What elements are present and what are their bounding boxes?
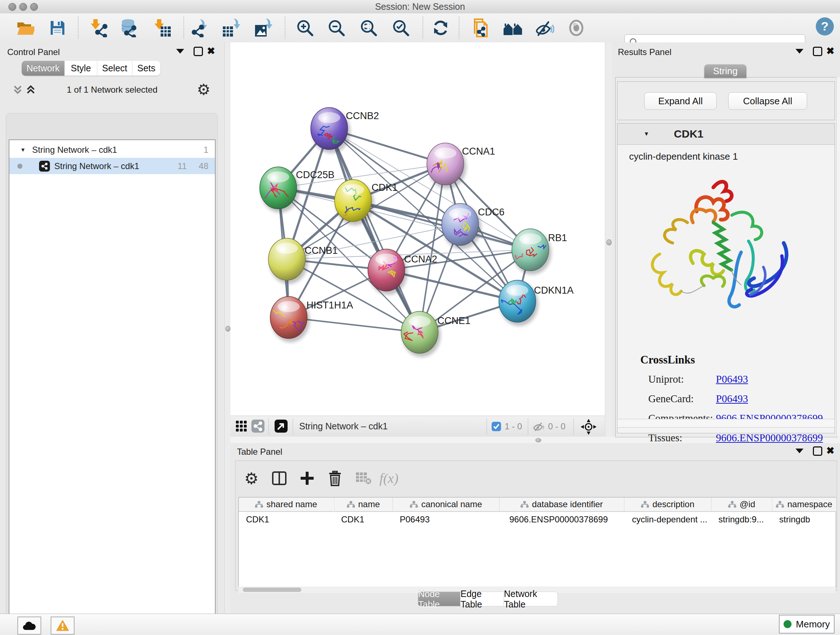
results-panel-menu-button[interactable]	[796, 49, 804, 54]
column-header-description[interactable]: description	[624, 497, 711, 512]
zoom-selected-button[interactable]	[391, 18, 411, 38]
zoom-fit-button[interactable]	[358, 18, 379, 38]
table-columns-icon[interactable]	[270, 469, 289, 488]
zoom-in-button[interactable]	[295, 18, 315, 38]
results-tab-string[interactable]: String	[704, 65, 746, 78]
delete-column-trash-icon[interactable]	[325, 469, 344, 488]
import-network-from-database-button[interactable]	[118, 18, 139, 38]
results-hscrollbar[interactable]	[617, 419, 835, 428]
network-node-CDK1[interactable]: CDK1	[335, 180, 398, 225]
network-node-CCNA1[interactable]: CCNA1	[427, 143, 495, 188]
export-network-button[interactable]	[190, 18, 210, 38]
table-panel-float-button[interactable]	[813, 447, 822, 456]
first-neighbors-button[interactable]	[503, 18, 523, 38]
right-splitter-handle[interactable]	[606, 239, 612, 245]
results-panel-close-button[interactable]: ✖	[826, 48, 835, 55]
export-image-button[interactable]	[253, 18, 273, 38]
crosslink-uniprot-link[interactable]: P06493	[716, 373, 748, 385]
network-share-view-icon[interactable]	[251, 420, 264, 432]
network-collection-row[interactable]: ▼ String Network – cdk1 1	[9, 141, 215, 158]
results-panel-float-button[interactable]	[813, 47, 822, 56]
table-cell[interactable]: stringdb:9...	[711, 512, 772, 527]
table-cell[interactable]: stringdb	[772, 512, 836, 527]
refresh-view-button[interactable]	[431, 18, 451, 38]
grid-view-icon[interactable]	[236, 421, 248, 432]
network-node-label: CDKN1A	[534, 285, 574, 296]
control-panel-close-button[interactable]: ✖	[207, 48, 215, 55]
table-cell[interactable]: CDK1	[239, 512, 333, 527]
table-cell[interactable]: P06493	[393, 512, 499, 527]
table-cell[interactable]: cyclin-dependent ...	[625, 512, 712, 527]
network-node-label: CCNA1	[462, 146, 495, 157]
network-node-CDC6[interactable]: CDC6	[442, 203, 505, 249]
network-canvas[interactable]: CCNB2CCNA1CDC25BCDK1CDC6RB1CCNB1CCNA2CDK…	[231, 42, 605, 416]
table-panel-menu-button[interactable]	[796, 448, 804, 453]
table-panel-close-button[interactable]: ✖	[826, 447, 835, 454]
control-panel-float-button[interactable]	[194, 47, 203, 56]
help-icon: ?	[815, 17, 835, 36]
crosslink-tissues-link[interactable]: 9606.ENSP00000378699	[716, 432, 823, 444]
birdseye-view-icon[interactable]	[275, 420, 287, 432]
toolbar-separator	[78, 16, 79, 39]
network-node-CCNE1[interactable]: CCNE1	[401, 311, 471, 357]
zoom-out-button[interactable]	[326, 18, 347, 38]
right-splitter[interactable]	[605, 42, 613, 437]
warning-status-button[interactable]	[51, 616, 74, 635]
horizontal-splitter-handle[interactable]	[535, 438, 541, 442]
control-panel-menu-button[interactable]	[176, 49, 184, 54]
toolbar-separator	[183, 16, 184, 39]
network-node-CCNB2[interactable]: CCNB2	[311, 108, 379, 153]
column-header-database-identifier[interactable]: database identifier	[499, 497, 624, 512]
table-cell[interactable]: CDK1	[334, 512, 392, 527]
network-node-RB1[interactable]: RB1	[512, 229, 567, 274]
tab-network-table[interactable]: Network Table	[504, 592, 558, 606]
results-vscrollbar[interactable]	[836, 77, 840, 437]
table-settings-gear-icon[interactable]: ⚙	[242, 469, 261, 488]
expand-all-button[interactable]: Expand All	[644, 92, 717, 110]
tab-network[interactable]: Network	[22, 61, 65, 76]
show-all-button[interactable]	[566, 18, 586, 38]
column-header-shared-name[interactable]: shared name	[239, 497, 333, 512]
new-network-from-selection-button[interactable]	[470, 18, 491, 38]
table-hscrollbar-thumb[interactable]	[243, 587, 302, 592]
help-button[interactable]: ?	[815, 16, 835, 36]
add-column-plus-icon[interactable]	[298, 469, 317, 488]
tab-node-table[interactable]: Node Table	[418, 592, 461, 606]
table-cell[interactable]: 9606.ENSP00000378699	[502, 512, 627, 527]
control-panel: Control Panel ✖ Network Style Select Set…	[0, 42, 224, 614]
houses-icon	[503, 19, 523, 37]
selected-checkbox-icon[interactable]	[492, 422, 501, 431]
column-type-icon	[776, 501, 784, 508]
network-node-CDKN1A[interactable]: CDKN1A	[499, 280, 574, 326]
export-image-icon	[254, 19, 272, 37]
left-splitter-handle[interactable]	[225, 326, 231, 332]
hide-selected-button[interactable]	[534, 18, 554, 38]
import-network-button[interactable]	[88, 18, 109, 38]
column-header-canonical-name[interactable]: canonical name	[393, 497, 499, 512]
open-session-button[interactable]	[15, 18, 35, 38]
svg-text:?: ?	[821, 19, 829, 33]
tab-sets[interactable]: Sets	[132, 61, 160, 76]
tab-style[interactable]: Style	[65, 61, 97, 76]
title-bar: Session: New Session	[0, 0, 840, 14]
memory-button[interactable]: Memory	[779, 615, 835, 633]
gene-section-header[interactable]: ▼ CDK1	[617, 124, 835, 145]
column-header-name[interactable]: name	[334, 497, 393, 512]
disclosure-triangle-icon[interactable]: ▼	[20, 147, 26, 153]
column-header-namespace[interactable]: namespace	[772, 497, 836, 512]
network-node-CDC25B[interactable]: CDC25B	[260, 167, 335, 212]
network-node-HIST1H1A[interactable]: HIST1H1A	[270, 296, 353, 342]
crosshair-fit-icon[interactable]	[581, 419, 597, 435]
cloud-status-button[interactable]	[17, 616, 41, 635]
tab-edge-table[interactable]: Edge Table	[460, 592, 504, 606]
export-table-button[interactable]	[221, 18, 241, 38]
save-session-button[interactable]	[47, 18, 68, 38]
column-header-id[interactable]: @id	[711, 497, 772, 512]
crosslink-genecard-link[interactable]: P06493	[716, 393, 748, 405]
network-options-gear-icon[interactable]: ⚙	[197, 81, 210, 98]
import-table-button[interactable]	[152, 18, 172, 38]
network-row-selected[interactable]: String Network – cdk1 11 48	[9, 158, 215, 174]
section-disclosure-icon[interactable]: ▼	[644, 131, 649, 137]
tab-select[interactable]: Select	[97, 61, 132, 76]
collapse-all-button[interactable]: Collapse All	[728, 92, 807, 110]
